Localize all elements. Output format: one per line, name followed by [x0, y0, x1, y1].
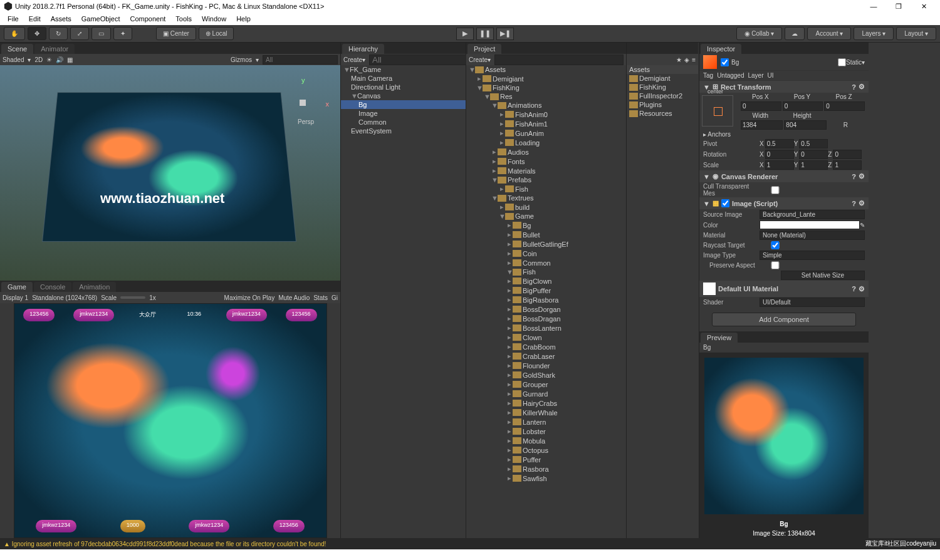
hierarchy-create[interactable]: Create [343, 56, 362, 63]
mute-audio[interactable]: Mute Audio [278, 294, 310, 301]
project-item[interactable]: ▸FishAnim1 [466, 119, 626, 128]
menu-window[interactable]: Window [197, 14, 231, 24]
project-item[interactable]: ▸BigPuffer [466, 286, 626, 295]
maximize-button[interactable]: ❐ [886, 3, 911, 11]
rot-z[interactable] [833, 150, 862, 159]
gear-icon[interactable]: ⚙ [859, 172, 865, 180]
tab-hierarchy[interactable]: Hierarchy [342, 44, 384, 54]
close-button[interactable]: ✕ [911, 3, 936, 11]
width-input[interactable] [741, 120, 783, 130]
project-item[interactable]: ▸Fish [466, 184, 626, 194]
hierarchy-item[interactable]: Main Camera [341, 74, 466, 83]
lighting-icon[interactable]: ☀ [46, 56, 52, 63]
gear-icon[interactable]: ⚙ [859, 83, 865, 91]
project-item[interactable]: ▼FishKing [466, 83, 626, 92]
hand-tool[interactable]: ✋ [4, 27, 25, 40]
source-image-field[interactable]: Background_Lante [760, 210, 865, 219]
project-item[interactable]: ▸BossLantern [466, 323, 626, 333]
project-item[interactable]: ▼Textrues [466, 194, 626, 202]
tab-animator[interactable]: Animator [34, 44, 75, 54]
pivot-y[interactable] [799, 139, 828, 148]
help-icon[interactable]: ? [852, 285, 856, 293]
project-item[interactable]: ▸Mobula [466, 436, 626, 445]
project-item[interactable]: ▸BossDorgan [466, 304, 626, 314]
static-checkbox[interactable] [838, 58, 846, 66]
help-icon[interactable]: ? [852, 83, 856, 91]
audio-icon[interactable]: 🔊 [56, 56, 63, 63]
maximize-on-play[interactable]: Maximize On Play [224, 294, 275, 301]
shading-mode[interactable]: Shaded [3, 56, 24, 63]
project-item[interactable]: ▼Fish [466, 267, 626, 276]
project-item[interactable]: ▸FishAnim0 [466, 110, 626, 119]
project-item[interactable]: ▸Fonts [466, 157, 626, 166]
hierarchy-item[interactable]: Image [341, 109, 466, 118]
scale-z[interactable] [833, 160, 862, 170]
gear-icon[interactable]: ⚙ [859, 199, 865, 207]
cull-checkbox[interactable] [761, 186, 790, 194]
menu-help[interactable]: Help [231, 14, 256, 24]
image-enabled[interactable] [721, 199, 729, 207]
2d-toggle[interactable]: 2D [34, 56, 43, 63]
project-item[interactable]: ▸Lantern [466, 417, 626, 427]
menu-edit[interactable]: Edit [24, 14, 46, 24]
hierarchy-item-selected[interactable]: Bg [341, 100, 466, 109]
project-item[interactable]: ▼Animations [466, 101, 626, 110]
eyedropper-icon[interactable]: ✎ [860, 222, 865, 229]
gizmos-game[interactable]: Gi [332, 294, 338, 301]
step-button[interactable]: ▶❚ [496, 28, 514, 40]
assets-root[interactable]: ▼Assets [466, 65, 626, 74]
menu-icon[interactable]: ≡ [692, 56, 696, 63]
fav-icon[interactable]: ★ [676, 56, 682, 63]
height-input[interactable] [784, 120, 826, 130]
project-search[interactable] [494, 54, 624, 65]
tab-project[interactable]: Project [467, 44, 501, 54]
project-item[interactable]: ▸Materials [466, 166, 626, 175]
transform-tool[interactable]: ✦ [113, 27, 132, 40]
menu-file[interactable]: File [3, 14, 24, 24]
scene-root[interactable]: ▼FK_Game [341, 65, 466, 74]
raycast-checkbox[interactable] [761, 241, 790, 249]
project-item[interactable]: ▸Loading [466, 138, 626, 147]
folder-item[interactable]: Resources [627, 109, 698, 118]
tab-scene[interactable]: Scene [1, 44, 33, 54]
project-item[interactable]: ▸Demigiant [466, 74, 626, 83]
orientation-gizmo[interactable]: y x Persp [278, 78, 328, 128]
project-item[interactable]: ▸Grouper [466, 380, 626, 389]
scale-slider[interactable] [120, 296, 145, 299]
color-field[interactable] [760, 220, 860, 229]
folder-item[interactable]: Plugins [627, 100, 698, 109]
project-item[interactable]: ▸Audios [466, 147, 626, 157]
project-item[interactable]: ▸Bg [466, 220, 626, 230]
tag-dropdown[interactable]: Untagged [717, 72, 744, 79]
project-item[interactable]: ▸CrabBoom [466, 342, 626, 351]
anchors-foldout[interactable]: ▸ Anchors [703, 131, 731, 138]
posx-input[interactable] [741, 101, 781, 111]
project-item[interactable]: ▸Bullet [466, 230, 626, 239]
account-dropdown[interactable]: Account ▾ [807, 27, 851, 40]
project-item[interactable]: ▸Clown [466, 333, 626, 342]
project-item[interactable]: ▼Game [466, 212, 626, 220]
rect-transform-header[interactable]: ▼ ⊞ Rect Transform ?⚙ [699, 81, 869, 93]
project-item[interactable]: ▸HairyCrabs [466, 398, 626, 408]
menu-tools[interactable]: Tools [170, 14, 197, 24]
scale-y[interactable] [799, 160, 828, 170]
hierarchy-item[interactable]: ▼Canvas [341, 91, 466, 100]
blueprint-button[interactable]: R [827, 122, 865, 128]
rot-y[interactable] [799, 150, 828, 159]
image-header[interactable]: ▼▦Image (Script)?⚙ [699, 197, 869, 209]
project-item[interactable]: ▸Common [466, 258, 626, 267]
hierarchy-item[interactable]: Directional Light [341, 83, 466, 91]
hierarchy-item[interactable]: EventSystem [341, 127, 466, 135]
project-item[interactable]: ▸BigClown [466, 276, 626, 286]
scene-search[interactable] [263, 55, 338, 65]
posz-input[interactable] [824, 101, 865, 111]
gizmos-dropdown[interactable]: Gizmos [231, 56, 252, 63]
help-icon[interactable]: ? [852, 173, 856, 180]
image-type-dropdown[interactable]: Simple [760, 251, 865, 260]
project-item[interactable]: ▸GunAnim [466, 128, 626, 138]
object-name[interactable]: Bg [731, 59, 838, 66]
canvas-renderer-header[interactable]: ▼◉Canvas Renderer?⚙ [699, 170, 869, 182]
project-item[interactable]: ▸KillerWhale [466, 408, 626, 417]
game-view[interactable]: 123456 jmkwz1234 大众厅 10:36 jmkwz1234 123… [0, 303, 340, 538]
tab-game[interactable]: Game [1, 282, 33, 292]
